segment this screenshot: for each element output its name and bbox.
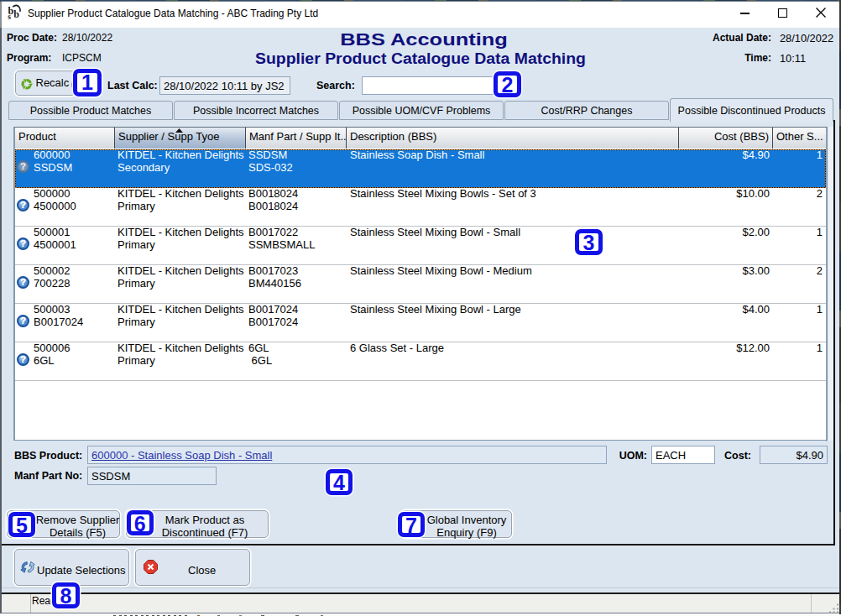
svg-text:b: b — [13, 8, 19, 19]
svg-text:s: s — [8, 13, 11, 19]
